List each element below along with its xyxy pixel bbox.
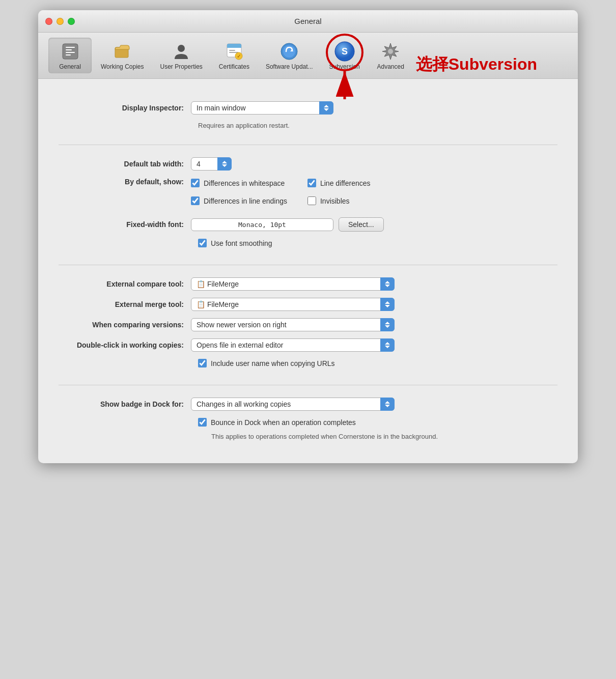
ext-merge-down-icon bbox=[385, 305, 390, 307]
tab-width-wrapper bbox=[191, 157, 232, 171]
chinese-text: 选择Subversion bbox=[416, 55, 537, 73]
include-username-row: Include user name when copying URLs bbox=[198, 359, 557, 367]
invisibles-checkbox[interactable] bbox=[307, 196, 316, 205]
ext-merge-label: External merge tool: bbox=[59, 300, 191, 308]
badge-label: Show badge in Dock for: bbox=[59, 400, 191, 408]
checkbox-row-invisibles: Invisibles bbox=[307, 196, 404, 205]
maximize-button[interactable] bbox=[68, 18, 75, 25]
diff-whitespace-label: Differences in whitespace bbox=[204, 179, 285, 187]
svg-rect-9 bbox=[227, 46, 241, 48]
include-username-group: Include user name when copying URLs bbox=[198, 359, 557, 367]
checkbox-row-whitespace: Differences in whitespace bbox=[191, 179, 287, 187]
checkboxes-grid: Differences in whitespace Line differenc… bbox=[191, 179, 404, 210]
comparing-down-icon bbox=[385, 325, 390, 328]
ext-compare-wrapper: 📋 FileMerge bbox=[191, 277, 395, 291]
double-click-up-icon bbox=[385, 342, 390, 345]
svg-point-6 bbox=[178, 45, 185, 52]
svg-rect-3 bbox=[66, 52, 75, 53]
checkbox-row-line-endings: Differences in line endings bbox=[191, 196, 287, 205]
display-inspector-chevron[interactable] bbox=[319, 101, 333, 115]
bounce-label: Bounce in Dock when an operation complet… bbox=[211, 418, 356, 427]
minimize-button[interactable] bbox=[57, 18, 64, 25]
by-default-show-label: By default, show: bbox=[59, 178, 191, 186]
ext-compare-select[interactable]: 📋 FileMerge bbox=[191, 277, 395, 291]
badge-up-icon bbox=[385, 401, 390, 404]
badge-row: Show badge in Dock for: Changes in all w… bbox=[59, 398, 557, 411]
ext-compare-row: External compare tool: 📋 FileMerge bbox=[59, 277, 557, 291]
double-click-down-icon bbox=[385, 346, 390, 348]
svg-rect-2 bbox=[66, 49, 72, 50]
bounce-hint-wrapper: This applies to operations completed whe… bbox=[211, 432, 557, 441]
ext-merge-wrapper: 📋 FileMerge bbox=[191, 298, 395, 311]
comparing-versions-wrapper: Show newer version on right Show older v… bbox=[191, 318, 395, 331]
ext-compare-label: External compare tool: bbox=[59, 280, 191, 288]
ext-compare-down-icon bbox=[385, 285, 390, 287]
chevron-down-icon bbox=[324, 108, 329, 111]
tab-width-row: Default tab width: bbox=[59, 157, 557, 171]
comparing-versions-select[interactable]: Show newer version on right Show older v… bbox=[191, 318, 395, 331]
window-title: General bbox=[294, 17, 321, 25]
content-area: Display Inspector: In main window In sep… bbox=[38, 81, 578, 463]
checkbox-row-line-diff: Line differences bbox=[307, 179, 404, 187]
font-smoothing-group: Use font smoothing bbox=[198, 239, 557, 247]
ext-compare-up-icon bbox=[385, 281, 390, 284]
display-inspector-select-wrapper: In main window In separate window bbox=[191, 101, 333, 115]
display-inspector-select[interactable]: In main window In separate window bbox=[191, 101, 333, 115]
bounce-checkbox[interactable] bbox=[198, 418, 207, 427]
invisibles-label: Invisibles bbox=[320, 197, 350, 205]
section-external-tools: External compare tool: 📋 FileMerge Exter… bbox=[59, 265, 557, 385]
bounce-group: Bounce in Dock when an operation complet… bbox=[198, 418, 557, 441]
comparing-versions-label: When comparing versions: bbox=[59, 321, 191, 329]
display-inspector-hint: Requires an application restart. bbox=[198, 122, 557, 129]
tab-width-chevron[interactable] bbox=[217, 157, 232, 171]
svg-rect-1 bbox=[66, 47, 75, 48]
bounce-hint: This applies to operations completed whe… bbox=[211, 433, 438, 440]
window-controls bbox=[45, 18, 75, 25]
double-click-wrapper: Opens file in external editor Opens file… bbox=[191, 338, 395, 352]
include-username-checkbox[interactable] bbox=[198, 359, 207, 367]
ext-merge-up-icon bbox=[385, 301, 390, 304]
double-click-row: Double-click in working copies: Opens fi… bbox=[59, 338, 557, 352]
font-smoothing-row: Use font smoothing bbox=[198, 239, 557, 247]
display-inspector-label: Display Inspector: bbox=[59, 104, 191, 112]
font-input[interactable] bbox=[191, 218, 333, 231]
titlebar: General bbox=[38, 10, 578, 33]
badge-down-icon bbox=[385, 405, 390, 407]
bounce-row: Bounce in Dock when an operation complet… bbox=[198, 418, 557, 427]
include-username-label: Include user name when copying URLs bbox=[211, 359, 335, 367]
tab-width-label: Default tab width: bbox=[59, 160, 191, 168]
section-display-inspector: Display Inspector: In main window In sep… bbox=[59, 91, 557, 145]
tab-down-icon bbox=[222, 164, 227, 167]
badge-select[interactable]: Changes in all working copies Changes in… bbox=[191, 398, 395, 411]
chinese-annotation: 选择Subversion bbox=[53, 53, 578, 76]
badge-chevron[interactable] bbox=[380, 398, 395, 411]
font-row: Fixed-width font: Select... bbox=[59, 217, 557, 232]
display-inspector-row: Display Inspector: In main window In sep… bbox=[59, 101, 557, 115]
line-differences-checkbox[interactable] bbox=[307, 179, 316, 187]
ext-merge-row: External merge tool: 📋 FileMerge bbox=[59, 298, 557, 311]
chevron-up-icon bbox=[324, 105, 329, 107]
tab-up-icon bbox=[222, 161, 227, 163]
font-smoothing-label: Use font smoothing bbox=[211, 239, 272, 247]
section-dock: Show badge in Dock for: Changes in all w… bbox=[59, 385, 557, 453]
double-click-label: Double-click in working copies: bbox=[59, 341, 191, 349]
font-label: Fixed-width font: bbox=[59, 220, 191, 229]
double-click-select[interactable]: Opens file in external editor Opens file… bbox=[191, 338, 395, 352]
font-smoothing-checkbox[interactable] bbox=[198, 239, 207, 247]
line-differences-label: Line differences bbox=[320, 179, 371, 187]
ext-merge-chevron[interactable] bbox=[380, 298, 395, 311]
ext-merge-select[interactable]: 📋 FileMerge bbox=[191, 298, 395, 311]
diff-line-endings-label: Differences in line endings bbox=[204, 197, 287, 205]
svg-rect-10 bbox=[229, 50, 235, 51]
badge-wrapper: Changes in all working copies Changes in… bbox=[191, 398, 395, 411]
close-button[interactable] bbox=[45, 18, 52, 25]
comparing-versions-chevron[interactable] bbox=[380, 318, 395, 331]
comparing-up-icon bbox=[385, 322, 390, 324]
main-window: General General bbox=[38, 10, 578, 463]
ext-compare-chevron[interactable] bbox=[380, 277, 395, 291]
select-font-button[interactable]: Select... bbox=[339, 217, 384, 232]
diff-line-endings-checkbox[interactable] bbox=[191, 196, 200, 205]
diff-whitespace-checkbox[interactable] bbox=[191, 179, 200, 187]
section-editor-settings: Default tab width: By default, show: Dif… bbox=[59, 145, 557, 265]
double-click-chevron[interactable] bbox=[380, 338, 395, 352]
